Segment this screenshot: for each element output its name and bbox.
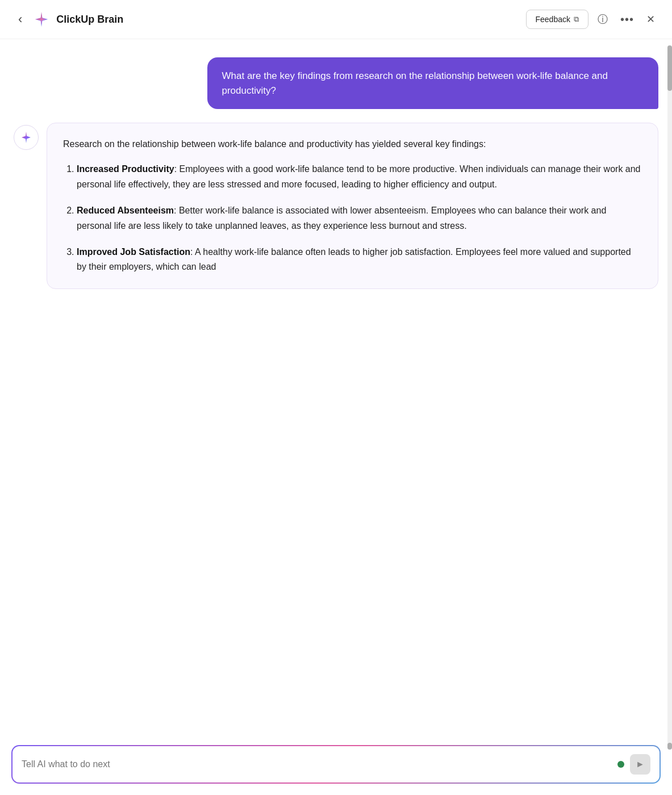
- ai-avatar-icon: [19, 131, 33, 144]
- page-scrollbar: [667, 45, 672, 750]
- close-icon: ✕: [646, 13, 655, 26]
- close-button[interactable]: ✕: [643, 10, 658, 29]
- scrollbar-thumb-top: [667, 45, 672, 91]
- send-button[interactable]: ►: [630, 754, 650, 775]
- more-options-button[interactable]: •••: [617, 10, 637, 30]
- ai-response-wrapper: Research on the relationship between wor…: [14, 123, 658, 289]
- header-right: Feedback ⧉ ⓘ ••• ✕: [526, 9, 659, 30]
- online-indicator-dot: [617, 761, 624, 768]
- feedback-label: Feedback: [536, 15, 570, 24]
- user-message-bubble: What are the key findings from research …: [207, 57, 659, 109]
- info-icon: ⓘ: [598, 12, 608, 26]
- ai-intro-text: Research on the relationship between wor…: [63, 137, 642, 152]
- back-button[interactable]: ‹: [14, 10, 27, 29]
- list-item: Reduced Absenteeism: Better work-life ba…: [77, 203, 642, 233]
- list-item: Increased Productivity: Employees with a…: [77, 162, 642, 192]
- ai-response-bubble: Research on the relationship between wor…: [47, 123, 658, 289]
- point-2-title: Reduced Absenteeism: [77, 206, 174, 215]
- list-item: Improved Job Satisfaction: A healthy wor…: [77, 245, 642, 275]
- input-area: ►: [0, 736, 672, 795]
- external-link-icon: ⧉: [574, 15, 579, 24]
- scrollbar-thumb-bottom: [667, 743, 672, 750]
- feedback-button[interactable]: Feedback ⧉: [526, 10, 588, 29]
- input-container: ►: [11, 745, 661, 784]
- point-3-title: Improved Job Satisfaction: [77, 247, 190, 257]
- app-container: ‹: [0, 0, 672, 795]
- send-icon: ►: [636, 759, 645, 769]
- user-message-text: What are the key findings from research …: [222, 70, 608, 96]
- header-left: ‹: [14, 10, 123, 29]
- back-icon: ‹: [18, 12, 22, 27]
- info-button[interactable]: ⓘ: [594, 9, 611, 30]
- logo-icon: [32, 10, 51, 28]
- clickup-brain-logo: [33, 11, 50, 28]
- ellipsis-icon: •••: [620, 13, 634, 26]
- ai-points-list: Increased Productivity: Employees with a…: [63, 162, 642, 274]
- point-1-title: Increased Productivity: [77, 164, 174, 174]
- ai-avatar: [14, 125, 39, 150]
- chat-area: What are the key findings from research …: [0, 39, 672, 736]
- header: ‹: [0, 0, 672, 39]
- chat-input[interactable]: [22, 759, 612, 769]
- app-title: ClickUp Brain: [56, 14, 123, 26]
